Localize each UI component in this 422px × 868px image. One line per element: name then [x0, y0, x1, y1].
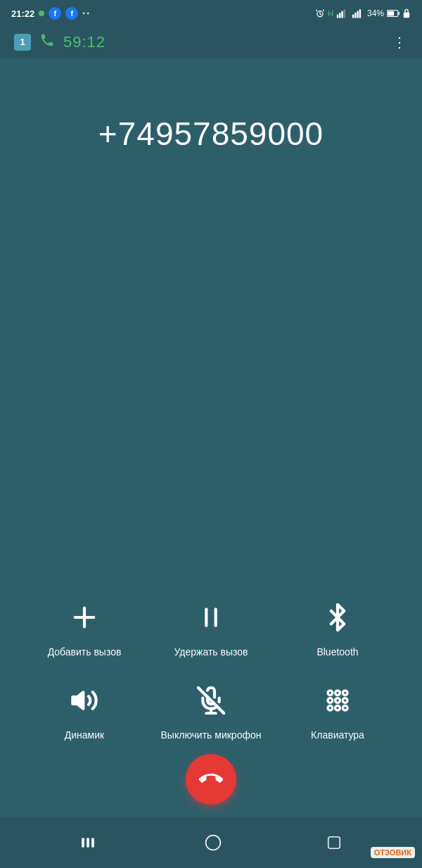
- watermark-text: ОТЗОВИК: [371, 847, 415, 858]
- end-call-button[interactable]: [186, 754, 236, 805]
- svg-rect-30: [82, 838, 84, 848]
- svg-rect-4: [344, 9, 345, 18]
- status-time: 21:22: [11, 8, 34, 19]
- battery-icon: [387, 9, 399, 18]
- svg-point-25: [335, 698, 340, 703]
- svg-rect-34: [328, 837, 340, 849]
- svg-rect-8: [359, 9, 361, 18]
- keypad-icon: [316, 679, 359, 722]
- nav-bar: [0, 817, 422, 868]
- keypad-label: Клавиатура: [311, 729, 364, 741]
- status-right: H 34%: [315, 8, 411, 18]
- status-bar: 21:22 f f ·· H 34%: [0, 0, 422, 25]
- bluetooth-icon: [316, 596, 359, 639]
- svg-point-28: [335, 705, 340, 710]
- svg-marker-17: [72, 692, 83, 708]
- svg-rect-12: [404, 13, 409, 18]
- svg-point-26: [343, 698, 347, 703]
- svg-rect-1: [337, 15, 338, 18]
- add-call-label: Добавить вызов: [48, 646, 122, 658]
- watermark: ОТЗОВИК: [371, 845, 415, 858]
- alarm-icon: [315, 8, 325, 18]
- add-call-icon: [63, 596, 106, 639]
- more-options-button[interactable]: ⋮: [392, 34, 408, 51]
- hold-call-label: Удержать вызов: [174, 646, 248, 658]
- svg-rect-10: [399, 12, 400, 15]
- svg-rect-6: [354, 13, 356, 18]
- hold-call-icon: [190, 596, 232, 639]
- facebook-icon-2: f: [65, 7, 78, 20]
- controls-section: Добавить вызов Удержать вызов Bluetooth: [0, 596, 422, 741]
- hold-call-button[interactable]: Удержать вызов: [155, 596, 267, 658]
- bluetooth-label: Bluetooth: [316, 646, 358, 658]
- svg-point-22: [335, 691, 340, 696]
- call-notification-bar: 1 59:12 ⋮: [0, 25, 422, 58]
- svg-point-29: [343, 705, 347, 710]
- svg-point-23: [343, 691, 347, 696]
- signal-bars-2-icon: [352, 8, 364, 18]
- svg-rect-7: [357, 11, 358, 18]
- svg-rect-5: [352, 15, 354, 18]
- keypad-button[interactable]: Клавиатура: [281, 679, 394, 741]
- phone-number-section: +74957859000: [0, 58, 422, 181]
- svg-rect-32: [91, 838, 94, 848]
- facebook-icon-1: f: [49, 7, 61, 20]
- notification-dot: [39, 11, 44, 16]
- bluetooth-button[interactable]: Bluetooth: [281, 596, 394, 658]
- more-dots: ··: [82, 8, 91, 19]
- battery-percent: 34%: [367, 8, 384, 18]
- phone-number: +74957859000: [98, 115, 324, 153]
- call-phone-icon: [39, 32, 55, 51]
- add-call-button[interactable]: Добавить вызов: [28, 596, 141, 658]
- svg-rect-31: [87, 838, 89, 848]
- svg-point-21: [328, 691, 333, 696]
- svg-point-24: [328, 698, 333, 703]
- status-left: 21:22 f f ··: [11, 7, 91, 20]
- speaker-button[interactable]: Динамик: [28, 679, 141, 741]
- speaker-label: Динамик: [65, 729, 104, 741]
- nav-home-button[interactable]: [204, 834, 222, 852]
- svg-rect-2: [339, 13, 340, 18]
- speaker-icon: [63, 679, 106, 722]
- end-call-section: [0, 754, 422, 805]
- nav-back-button[interactable]: [80, 836, 100, 850]
- controls-grid: Добавить вызов Удержать вызов Bluetooth: [28, 596, 394, 741]
- mute-button[interactable]: Выключить микрофон: [155, 679, 267, 741]
- mute-icon: [190, 679, 232, 722]
- svg-rect-3: [341, 11, 343, 18]
- svg-rect-11: [388, 11, 394, 16]
- nav-recent-button[interactable]: [326, 835, 342, 850]
- signal-bars-icon: [336, 8, 349, 18]
- lock-icon: [402, 8, 411, 18]
- mute-label: Выключить микрофон: [161, 729, 262, 741]
- svg-point-33: [206, 836, 221, 850]
- signal-h-icon: H: [328, 9, 333, 18]
- call-badge: 1: [14, 34, 31, 51]
- call-timer: 59:12: [63, 33, 106, 51]
- svg-point-27: [328, 705, 333, 710]
